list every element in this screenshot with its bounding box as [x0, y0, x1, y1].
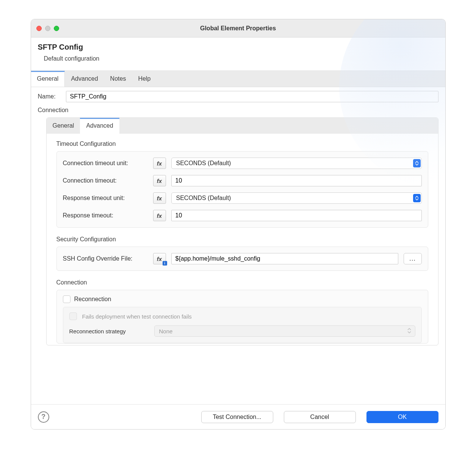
- fails-deploy-label: Fails deployment when test connection fa…: [82, 313, 192, 320]
- browse-button[interactable]: ...: [404, 253, 422, 264]
- inner-tab-advanced[interactable]: Advanced: [80, 118, 119, 134]
- connection-subtitle: Connection: [56, 279, 428, 286]
- chevron-updown-icon: [413, 194, 421, 202]
- ok-button[interactable]: OK: [366, 411, 438, 423]
- resp-timeout-input[interactable]: [171, 210, 422, 221]
- resp-timeout-label: Response timeout:: [63, 212, 148, 219]
- reconnection-checkbox-row: Reconnection: [63, 295, 422, 303]
- fx-button[interactable]: fx: [153, 192, 166, 204]
- conn-timeout-unit-value: SECONDS (Default): [176, 160, 231, 167]
- tab-notes[interactable]: Notes: [104, 71, 132, 87]
- security-group: SSH Config Override File: fx i ...: [56, 247, 428, 271]
- ssh-config-input[interactable]: [171, 253, 398, 264]
- test-connection-button[interactable]: Test Connection...: [201, 411, 273, 423]
- conn-timeout-input[interactable]: [171, 175, 422, 186]
- reconnection-subpanel: Fails deployment when test connection fa…: [63, 307, 422, 343]
- fx-button[interactable]: fx: [153, 158, 166, 169]
- conn-timeout-unit-label: Connection timeout unit:: [63, 160, 148, 167]
- name-label: Name:: [38, 93, 61, 100]
- tab-general[interactable]: General: [31, 71, 65, 87]
- inner-tab-general[interactable]: General: [47, 118, 80, 134]
- timeout-group: Connection timeout unit: fx SECONDS (Def…: [56, 151, 428, 228]
- dialog-window: Global Element Properties SFTP Config De…: [31, 19, 446, 430]
- strategy-select: None: [154, 325, 415, 337]
- window-controls: [31, 26, 59, 31]
- chevron-updown-icon: [407, 328, 411, 334]
- footer: ? Test Connection... Cancel OK: [31, 404, 445, 429]
- conn-timeout-label: Connection timeout:: [63, 177, 148, 184]
- resp-timeout-unit-label: Response timeout unit:: [63, 195, 148, 202]
- reconnection-group: Reconnection Fails deployment when test …: [56, 290, 428, 344]
- info-badge-icon: i: [163, 261, 167, 266]
- strategy-value: None: [159, 328, 173, 334]
- help-icon[interactable]: ?: [38, 411, 49, 423]
- minimize-icon: [45, 26, 50, 31]
- cancel-button[interactable]: Cancel: [284, 411, 356, 423]
- reconnection-checkbox[interactable]: [63, 295, 70, 303]
- resp-timeout-unit-value: SECONDS (Default): [176, 195, 231, 202]
- fx-button[interactable]: fx i: [153, 253, 166, 264]
- strategy-label: Reconnection strategy: [69, 328, 149, 334]
- fx-button[interactable]: fx: [153, 210, 166, 221]
- resp-timeout-unit-select[interactable]: SECONDS (Default): [171, 192, 422, 204]
- close-icon[interactable]: [36, 26, 42, 31]
- tab-help[interactable]: Help: [132, 71, 157, 87]
- ssh-config-label: SSH Config Override File:: [63, 255, 148, 262]
- tab-advanced[interactable]: Advanced: [65, 71, 104, 87]
- zoom-icon[interactable]: [54, 26, 59, 31]
- footer-buttons: Test Connection... Cancel OK: [201, 411, 438, 423]
- header: SFTP Config Default configuration: [31, 38, 445, 71]
- fx-button[interactable]: fx: [153, 175, 166, 186]
- reconnection-checkbox-label: Reconnection: [74, 296, 111, 303]
- security-title: Security Configuration: [56, 236, 428, 243]
- fails-deploy-checkbox: [69, 312, 77, 320]
